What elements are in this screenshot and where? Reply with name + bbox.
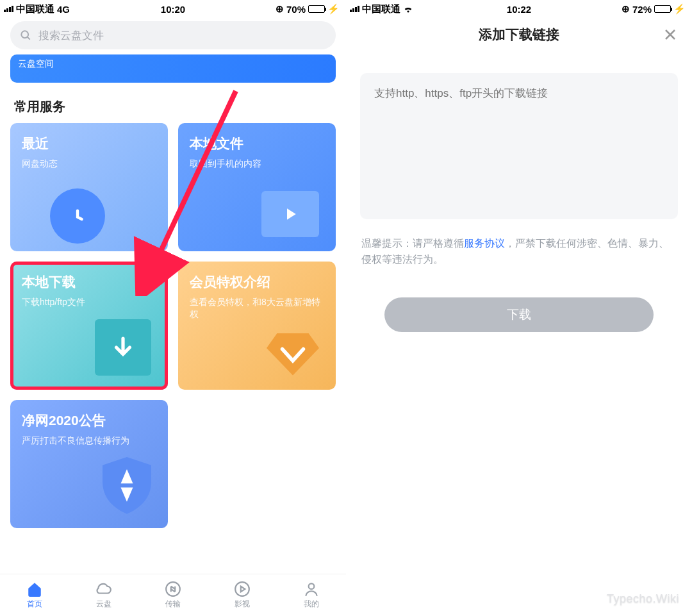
close-icon xyxy=(663,27,678,42)
card-subtitle: 查看会员特权，和8大云盘新增特权 xyxy=(190,296,324,320)
search-placeholder: 搜索云盘文件 xyxy=(38,28,104,43)
right-phone: 中国联通 10:22 ⊕ 72% ⚡ 添加下载链接 温馨提示：请严格遵循服务协议… xyxy=(346,0,692,616)
modal-title: 添加下载链接 xyxy=(479,26,559,44)
clock-icon xyxy=(50,188,105,244)
card-local-files[interactable]: 本地文件 取回到手机的内容 xyxy=(178,123,336,251)
tab-home[interactable]: 首页 xyxy=(0,574,69,616)
card-clean-net-notice[interactable]: 净网2020公告 严厉打击不良信息传播行为 xyxy=(10,400,168,528)
download-url-input[interactable] xyxy=(360,73,678,219)
card-subtitle: 取回到手机的内容 xyxy=(190,158,324,170)
status-bar: 中国联通 10:22 ⊕ 72% ⚡ xyxy=(346,0,692,18)
battery-percent: 72% xyxy=(632,4,652,15)
wifi-icon xyxy=(403,5,413,13)
transfer-icon xyxy=(165,581,181,597)
network-label: 4G xyxy=(57,4,70,15)
card-vip-info[interactable]: 会员特权介绍 查看会员特权，和8大云盘新增特权 xyxy=(178,262,336,390)
clock: 10:20 xyxy=(161,4,185,15)
shield-icon xyxy=(103,457,151,514)
svg-line-1 xyxy=(28,37,30,40)
cloud-space-banner[interactable]: 云盘空间 xyxy=(10,54,336,83)
rotation-lock-icon: ⊕ xyxy=(276,3,284,15)
card-subtitle: 网盘动态 xyxy=(22,158,156,170)
card-title: 会员特权介绍 xyxy=(190,273,324,291)
bottom-tab-bar: 首页 云盘 传输 影视 我的 xyxy=(0,574,346,616)
battery-icon xyxy=(308,5,325,13)
play-circle-icon xyxy=(234,581,251,597)
tab-label: 影视 xyxy=(235,599,250,610)
hint-text: 温馨提示：请严格遵循服务协议，严禁下载任何涉密、色情、暴力、侵权等违法行为。 xyxy=(361,236,677,268)
download-button-label: 下载 xyxy=(507,306,531,323)
tab-video[interactable]: 影视 xyxy=(208,574,277,616)
signal-icon xyxy=(350,6,359,12)
diamond-icon xyxy=(267,333,319,376)
battery-percent: 70% xyxy=(286,4,306,15)
card-title: 本地文件 xyxy=(190,135,324,153)
hint-pre: 温馨提示：请严格遵循 xyxy=(361,238,464,249)
search-icon xyxy=(19,29,32,42)
card-title: 最近 xyxy=(22,135,156,153)
clock: 10:22 xyxy=(507,4,531,15)
banner-text: 云盘空间 xyxy=(18,58,54,69)
battery-icon xyxy=(654,5,671,13)
service-cards: 最近 网盘动态 本地文件 取回到手机的内容 本地下载 下载http/ftp文件 … xyxy=(0,123,346,528)
charging-icon: ⚡ xyxy=(327,3,340,15)
modal-header: 添加下载链接 xyxy=(346,18,692,51)
carrier-label: 中国联通 xyxy=(16,3,54,15)
home-icon xyxy=(26,581,43,597)
tab-label: 我的 xyxy=(304,599,319,610)
svg-point-5 xyxy=(309,583,315,589)
left-phone: 中国联通 4G 10:20 ⊕ 70% ⚡ 搜索云盘文件 云盘空间 常用服务 最… xyxy=(0,0,346,616)
card-subtitle: 下载http/ftp文件 xyxy=(22,296,156,308)
carrier-label: 中国联通 xyxy=(362,3,400,15)
search-bar[interactable]: 搜索云盘文件 xyxy=(10,21,336,49)
user-icon xyxy=(303,581,320,597)
tab-label: 首页 xyxy=(27,599,42,610)
charging-icon: ⚡ xyxy=(673,3,686,15)
download-button[interactable]: 下载 xyxy=(384,297,654,332)
cloud-icon xyxy=(95,581,112,597)
service-agreement-link[interactable]: 服务协议 xyxy=(464,238,505,249)
download-icon xyxy=(95,319,151,376)
svg-point-3 xyxy=(166,582,180,596)
tab-cloud[interactable]: 云盘 xyxy=(69,574,138,616)
rotation-lock-icon: ⊕ xyxy=(622,3,630,15)
svg-point-4 xyxy=(235,582,249,596)
svg-point-0 xyxy=(21,31,28,38)
tab-label: 传输 xyxy=(165,599,181,610)
card-title: 净网2020公告 xyxy=(22,412,156,429)
watermark: Typecho.Wiki xyxy=(607,592,679,606)
folder-play-icon xyxy=(261,191,319,237)
tab-label: 云盘 xyxy=(96,599,111,610)
card-recent[interactable]: 最近 网盘动态 xyxy=(10,123,168,251)
card-subtitle: 严厉打击不良信息传播行为 xyxy=(22,435,156,447)
card-local-download[interactable]: 本地下载 下载http/ftp文件 xyxy=(10,262,168,390)
close-button[interactable] xyxy=(663,27,678,46)
signal-icon xyxy=(4,6,13,12)
card-title: 本地下载 xyxy=(22,273,156,291)
tab-profile[interactable]: 我的 xyxy=(277,574,346,616)
status-bar: 中国联通 4G 10:20 ⊕ 70% ⚡ xyxy=(0,0,346,18)
section-title: 常用服务 xyxy=(14,98,332,115)
tab-transfer[interactable]: 传输 xyxy=(138,574,208,616)
